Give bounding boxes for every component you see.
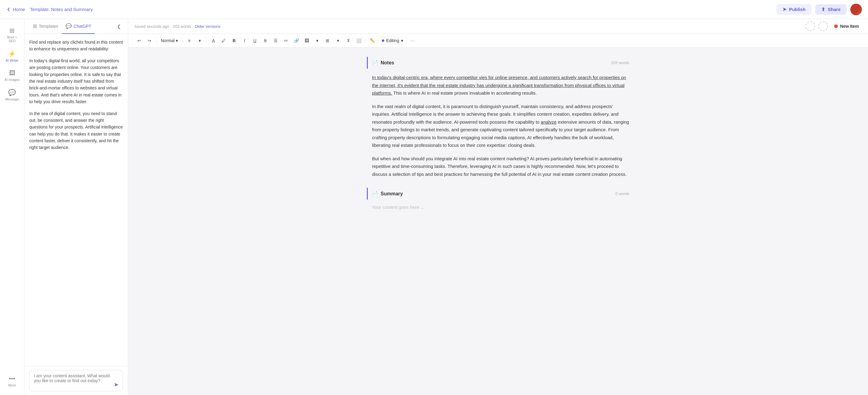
new-item-label: New Item <box>840 24 859 29</box>
sidebar-item-ai-writer[interactable]: ⚡ AI Writer <box>2 47 23 65</box>
new-item-button[interactable]: New Item <box>831 22 862 31</box>
breadcrumb-link[interactable]: Notes and Summary <box>51 7 93 12</box>
sidebar-item-ai-images[interactable]: 🖼 AI Images <box>2 66 23 85</box>
undo-button[interactable]: ↩ <box>134 36 144 45</box>
breadcrumb: Template: Notes and Summary <box>30 7 93 12</box>
sidebar-item-label: AI Writer <box>5 59 19 62</box>
highlight-button[interactable]: 🖊 <box>219 36 228 45</box>
editing-label: Editing <box>386 38 399 43</box>
publish-label: Publish <box>789 7 805 12</box>
link-button[interactable]: 🔗 <box>291 36 301 45</box>
editor-topbar-right: New Item <box>805 21 862 31</box>
avatar[interactable] <box>850 4 862 15</box>
ordered-list-button[interactable]: ≔ <box>281 36 291 45</box>
summary-content[interactable]: Your content goes here ... <box>367 205 629 210</box>
publish-button[interactable]: ➤ Publish <box>776 4 811 14</box>
ai-images-icon: 🖼 <box>9 70 15 77</box>
tab-templates-label: Templates <box>39 24 58 29</box>
panel-content: Find and replace any clichés found in th… <box>24 34 128 366</box>
section-summary-header: 📄 Summary 0 words <box>367 188 629 200</box>
tab-templates[interactable]: ⊞ Templates <box>29 19 62 34</box>
clear-format-button[interactable]: T̶ <box>343 36 353 45</box>
notes-para-3: But when and how should you integrate AI… <box>372 155 629 178</box>
sidebar-item-label: AI Images <box>5 78 20 82</box>
panel-chat: ➤ <box>24 366 128 395</box>
word-count: 203 words <box>173 24 191 29</box>
breadcrumb-prefix: Template: <box>30 7 51 12</box>
analyze-underline: analyze <box>541 119 557 125</box>
chevron-left-icon <box>6 7 11 12</box>
special-char-button[interactable]: ⬜ <box>354 36 364 45</box>
tab-chatgpt-label: ChatGPT <box>73 24 91 29</box>
section-notes: 📄 Notes 203 words In today's digital-cen… <box>367 57 629 178</box>
sidebar-item-label: More <box>8 384 16 387</box>
align-dropdown-button[interactable]: ▾ <box>195 36 205 45</box>
chevron-down-icon-editing: ▾ <box>401 38 403 43</box>
tab-chatgpt[interactable]: 💬 ChatGPT <box>62 19 95 34</box>
text-style-label: Normal <box>161 38 175 43</box>
main-layout: ⊞ Brief + SEO ⚡ AI Writer 🖼 AI Images 💬 … <box>0 19 868 395</box>
older-versions-link[interactable]: Older versions <box>195 24 220 29</box>
more-icon: ••• <box>9 375 15 382</box>
chevron-left-icon: ❮ <box>117 24 121 29</box>
underline-button[interactable]: U <box>250 36 260 45</box>
text-color-button[interactable]: A <box>209 36 218 45</box>
section-notes-header: 📄 Notes 203 words <box>367 57 629 69</box>
summary-placeholder: Your content goes here ... <box>372 205 629 210</box>
section-summary: 📄 Summary 0 words Your content goes here… <box>367 188 629 210</box>
editor-topbar: Saved seconds ago 203 words Older versio… <box>128 19 868 34</box>
redo-button[interactable]: ↪ <box>145 36 154 45</box>
chat-send-button[interactable]: ➤ <box>114 381 118 388</box>
notes-para-1: In today's digital-centric era, where ev… <box>372 73 629 97</box>
share-button[interactable]: ⬆ Share <box>815 4 847 14</box>
section-summary-header-left: 📄 Summary <box>372 191 403 196</box>
text-style-dropdown[interactable]: Normal ▾ <box>158 37 180 44</box>
editor-doc: 📄 Notes 203 words In today's digital-cen… <box>367 57 629 210</box>
table-button[interactable]: ⊞ <box>322 36 332 45</box>
editor-area: Saved seconds ago 203 words Older versio… <box>128 19 868 395</box>
panel-collapse-button[interactable]: ❮ <box>115 22 123 31</box>
toolbar-divider-3 <box>206 37 207 44</box>
editor-scroll[interactable]: 📄 Notes 203 words In today's digital-cen… <box>128 48 868 395</box>
pencil-icon: ✏️ <box>368 36 377 45</box>
top-header: Home Template: Notes and Summary ➤ Publi… <box>0 0 868 19</box>
panel-paragraph-2: In the sea of digital content, you need … <box>29 110 123 151</box>
sidebar-item-more[interactable]: ••• More <box>2 372 23 390</box>
header-right: ➤ Publish ⬆ Share <box>776 4 862 15</box>
home-label: Home <box>13 7 25 12</box>
editing-dropdown[interactable]: Editing ▾ <box>378 37 407 44</box>
sidebar-item-label: Message <box>5 97 19 101</box>
toolbar-divider-1 <box>156 37 157 44</box>
notes-para-1-continuation: This is where AI in real estate proves i… <box>392 90 537 95</box>
panel-paragraph-1: In today's digital-first world, all your… <box>29 57 123 105</box>
ai-writer-icon: ⚡ <box>8 50 16 57</box>
home-link[interactable]: Home <box>6 7 25 12</box>
sidebar-item-brief-seo[interactable]: ⊞ Brief + SEO <box>2 24 23 46</box>
toolbar-divider-2 <box>182 37 183 44</box>
strikethrough-button[interactable]: S <box>260 36 270 45</box>
panel-tabs: ⊞ Templates 💬 ChatGPT ❮ <box>24 19 128 34</box>
align-button[interactable]: ≡ <box>184 36 194 45</box>
brief-seo-icon: ⊞ <box>9 27 14 34</box>
chat-input[interactable] <box>34 373 112 388</box>
sidebar-item-label: Brief + SEO <box>4 35 21 43</box>
bold-button[interactable]: B <box>229 36 239 45</box>
italic-button[interactable]: I <box>240 36 249 45</box>
table-dropdown-button[interactable]: ▾ <box>333 36 343 45</box>
message-icon: 💬 <box>8 89 16 96</box>
notes-content: In today's digital-centric era, where ev… <box>367 73 629 178</box>
editor-toolbar: ↩ ↪ Normal ▾ ≡ ▾ A 🖊 B I U S ☰ ≔ 🔗 🖼 ▾ ⊞… <box>128 34 868 48</box>
templates-tab-icon: ⊞ <box>33 23 37 29</box>
image-button[interactable]: 🖼 <box>302 36 312 45</box>
summary-title: Summary <box>380 191 403 196</box>
new-item-dot <box>834 24 838 28</box>
left-sidebar: ⊞ Brief + SEO ⚡ AI Writer 🖼 AI Images 💬 … <box>0 19 24 395</box>
notes-icon: 📄 <box>372 60 378 66</box>
saved-label: Saved seconds ago <box>134 24 169 29</box>
toolbar-more-button[interactable]: ··· <box>408 36 417 45</box>
chat-input-wrap: ➤ <box>29 370 123 391</box>
bullet-list-button[interactable]: ☰ <box>271 36 280 45</box>
image-dropdown-button[interactable]: ▾ <box>312 36 322 45</box>
sidebar-item-message[interactable]: 💬 Message <box>2 86 23 104</box>
header-left: Home Template: Notes and Summary <box>6 7 93 12</box>
